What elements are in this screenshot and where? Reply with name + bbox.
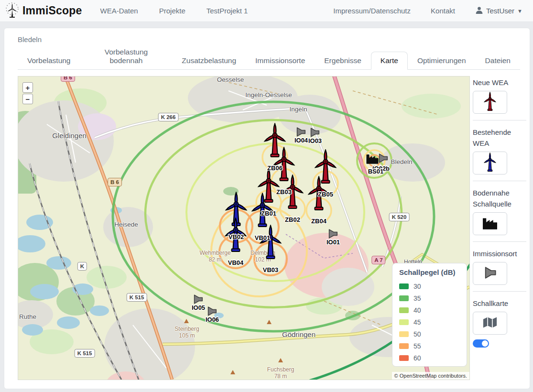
road-badge-b6: B 6	[108, 178, 122, 186]
place-label-heisede: Heisede	[114, 221, 138, 228]
turbine-label-VB03: VB03	[263, 266, 279, 273]
legend-title: Schallpegel (dB)	[399, 268, 467, 276]
legend-value: 30	[413, 283, 421, 290]
zoom-out-button[interactable]: −	[22, 94, 33, 104]
road-badge-k515: K 515	[127, 293, 147, 302]
immission-point-label-IO01: IO01	[326, 239, 340, 246]
sidebar-label-neue-wea: Neue WEA	[473, 77, 526, 88]
road-badge-k515: K 515	[75, 349, 95, 358]
immission-point-label-IO03: IO03	[308, 137, 322, 144]
turbine-icon	[483, 152, 497, 174]
brand-title: ImmiScope	[22, 4, 82, 17]
sidebar-label-bodennahe-schallquelle: Bodennahe Schallquelle	[473, 187, 526, 209]
immission-point-label-IO04: IO04	[294, 137, 308, 144]
legend-row-60: 60	[399, 352, 467, 364]
legend-swatch	[399, 355, 409, 361]
map-container[interactable]: + − ZB06ZB03ZB05ZB01ZB02ZB04VB02VB01VB04…	[18, 76, 470, 380]
place-label-ingeln: Ingeln	[290, 106, 307, 113]
factory-icon	[481, 216, 499, 232]
chevron-down-icon: ▼	[517, 8, 522, 14]
place-label-gödringen: Gödringen	[282, 330, 315, 338]
legend-swatch	[399, 331, 409, 337]
sound-level-legend: Schallpegel (dB) 30 35 40 45 50 55 60	[392, 263, 467, 367]
sidebar-divider	[473, 181, 526, 181]
peak-label-fuchsberg: Fuchsberg78 m	[267, 366, 294, 380]
tab-bar: VorbelastungVorbelastung bodennahZusatzb…	[18, 51, 520, 70]
place-label-oesselse: Oesselse	[217, 76, 244, 83]
map-tool-sidebar: Neue WEA Bestehende WEA Bodennahe Schall…	[473, 77, 526, 348]
place-label-ingeln-oesselse: Ingeln-Oesselse	[245, 91, 292, 98]
legend-swatch	[399, 295, 409, 301]
user-icon	[475, 6, 483, 16]
tab-vorbelastung[interactable]: Vorbelastung	[18, 52, 80, 70]
legend-row-45: 45	[399, 316, 467, 328]
legend-value: 50	[413, 330, 421, 338]
brand[interactable]: ImmiScope	[5, 2, 82, 20]
map-icon	[482, 316, 498, 330]
turbine-label-VB02: VB02	[228, 233, 244, 240]
place-label-ruthe: Ruthe	[19, 313, 36, 320]
immissionsort-button[interactable]	[473, 262, 507, 285]
legend-row-35: 35	[399, 292, 467, 304]
immission-point-label-IO05: IO05	[192, 304, 205, 311]
immission-point-label-IO06: IO06	[206, 316, 219, 323]
place-label-gleidingen: Gleidingen	[52, 131, 87, 140]
nav-link-wea-daten[interactable]: WEA-Daten	[100, 7, 138, 15]
nav-link-testprojekt[interactable]: TestProjekt 1	[207, 7, 248, 15]
legend-row-55: 55	[399, 340, 467, 352]
sidebar-label-schallkarte: Schallkarte	[473, 298, 526, 309]
road-badge-b6: B 6	[61, 76, 75, 82]
tab-optimierungen[interactable]: Optimierungen	[408, 52, 476, 70]
road-badge-k520: K 520	[389, 213, 410, 221]
tab-karte[interactable]: Karte	[371, 52, 408, 70]
legend-row-50: 50	[399, 328, 467, 340]
turbine-label-ZB03: ZB03	[276, 188, 292, 196]
nav-link-impressum[interactable]: Impressum/Datenschutz	[333, 7, 411, 15]
turbine-label-VB04: VB04	[228, 259, 244, 266]
user-name: TestUser	[486, 7, 514, 15]
legend-swatch	[399, 307, 409, 313]
road-badge-a7: A 7	[371, 256, 385, 264]
sidebar-label-bestehende-wea: Bestehende WEA	[473, 127, 526, 149]
legend-swatch	[399, 343, 409, 349]
nav-link-kontakt[interactable]: Kontakt	[431, 7, 455, 15]
toggle-knob	[482, 340, 488, 347]
turbine-label-ZB04: ZB04	[311, 218, 326, 225]
sidebar-divider	[473, 241, 526, 242]
turbine-icon	[483, 92, 497, 113]
legend-value: 40	[413, 306, 421, 314]
top-navbar: ImmiScope WEA-Daten Projekte TestProjekt…	[0, 0, 533, 22]
legend-row-30: 30	[399, 280, 467, 292]
schallkarte-button[interactable]	[473, 312, 507, 335]
tab-ergebnisse[interactable]: Ergebnisse	[315, 52, 371, 70]
road-badge-k: K	[77, 262, 87, 271]
sidebar-label-immissionsort: Immissionsort	[473, 248, 526, 259]
nav-link-projekte[interactable]: Projekte	[159, 7, 185, 15]
neue-wea-button[interactable]	[473, 91, 507, 114]
legend-value: 55	[413, 342, 421, 350]
turbine-marker-VB03[interactable]	[258, 225, 283, 262]
nav-links-left: WEA-Daten Projekte TestProjekt 1	[100, 7, 248, 15]
legend-value: 35	[413, 294, 421, 302]
sidebar-divider	[473, 291, 526, 292]
schallkarte-toggle[interactable]	[473, 339, 489, 348]
user-menu[interactable]: TestUser ▼	[475, 6, 522, 16]
turbine-label-ZB05: ZB05	[318, 191, 333, 198]
tab-immissionsorte[interactable]: Immissionsorte	[246, 52, 315, 70]
legend-swatch	[399, 319, 409, 325]
tab-vorbelastung-bodennah[interactable]: Vorbelastung bodennah	[80, 43, 173, 70]
road-badge-k266: K 266	[158, 113, 179, 121]
map-attribution[interactable]: © OpenStreetMap contributors.	[392, 372, 469, 380]
tab-zusatzbelastung[interactable]: Zusatzbelastung	[172, 52, 246, 70]
zoom-in-button[interactable]: +	[22, 82, 33, 93]
bodennahe-schallquelle-button[interactable]	[473, 212, 507, 235]
legend-swatch	[399, 283, 409, 289]
turbine-label-ZB06: ZB06	[267, 164, 283, 172]
map-zoom-control: + −	[22, 82, 33, 104]
turbine-label-VB01: VB01	[255, 234, 271, 241]
sound-source-label-BS01: BS01	[368, 168, 384, 175]
tab-dateien[interactable]: Dateien	[476, 52, 520, 70]
sidebar-divider	[473, 120, 526, 120]
bestehende-wea-button[interactable]	[473, 152, 507, 174]
peak-label-steinberg: Steinberg105 m	[174, 326, 199, 339]
